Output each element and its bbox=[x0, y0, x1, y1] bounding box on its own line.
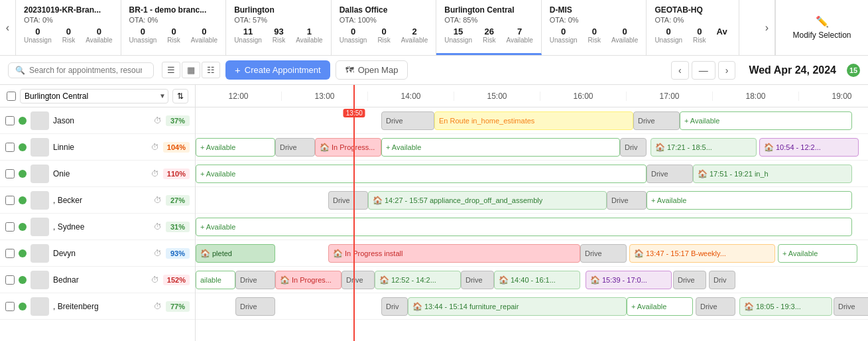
resource-checkbox[interactable] bbox=[5, 116, 15, 125]
resource-rows: Jason ⏱ 37% Linnie ⏱ 104% Onie ⏱ 110% , … bbox=[0, 107, 195, 341]
timeline-block[interactable]: + Available bbox=[627, 297, 693, 316]
timeline-row: + AvailableDrive🏠17:51 - 19:21 in_h bbox=[196, 161, 868, 187]
tab-tab6[interactable]: D-MIS OTA: 0% 0 Unassign 0 Risk 0 Availa… bbox=[542, 0, 647, 55]
timeline-block[interactable]: 🏠12:52 - 14:2... bbox=[375, 271, 461, 289]
clock-icon: ⏱ bbox=[151, 169, 159, 178]
timeline-block[interactable]: + Available bbox=[778, 244, 857, 263]
timeline-block[interactable]: 🏠14:40 - 16:1... bbox=[494, 271, 580, 289]
prev-date-button[interactable]: ‹ bbox=[671, 61, 689, 80]
timeline-block[interactable]: Drive bbox=[328, 191, 368, 210]
timeline-block[interactable]: 🏠pleted bbox=[196, 244, 275, 263]
timeline-block[interactable]: + Available bbox=[196, 138, 275, 157]
date-badge: 15 bbox=[847, 64, 860, 77]
resource-checkbox[interactable] bbox=[5, 169, 15, 178]
timeline-block[interactable]: 🏠17:21 - 18:5... bbox=[651, 138, 757, 157]
tab-tab3[interactable]: Burlington OTA: 57% 11 Unassign 93 Risk … bbox=[226, 0, 332, 55]
resource-checkbox[interactable] bbox=[5, 275, 15, 285]
resource-row[interactable]: Linnie ⏱ 104% bbox=[0, 134, 195, 161]
main-area: Burlington Central ▼ ⇅ Jason ⏱ 37% Linni… bbox=[0, 85, 868, 341]
timeline-block[interactable]: + Available bbox=[196, 165, 647, 183]
timeline-block[interactable]: + Available bbox=[647, 191, 852, 210]
home-icon: 🏠 bbox=[698, 169, 708, 178]
search-icon: 🔍 bbox=[15, 66, 25, 75]
tab-tab2[interactable]: BR-1 - demo branc... OTA: 0% 0 Unassign … bbox=[121, 0, 227, 55]
timeline-block[interactable]: Drive bbox=[607, 191, 647, 210]
timeline-block[interactable]: ailable bbox=[196, 271, 235, 289]
timeline-block[interactable]: Drive bbox=[235, 271, 275, 289]
view-btn-grid[interactable]: ▦ bbox=[182, 62, 200, 78]
timeline-block[interactable]: 🏠In Progress install bbox=[328, 244, 580, 263]
timeline-block[interactable]: 🏠13:44 - 15:14 furniture_repair bbox=[408, 297, 627, 316]
search-input[interactable] bbox=[29, 66, 142, 75]
resource-checkbox[interactable] bbox=[5, 249, 15, 258]
tab-tab4[interactable]: Dallas Office OTA: 100% 0 Unassign 0 Ris… bbox=[332, 0, 437, 55]
home-icon: 🏠 bbox=[373, 196, 383, 205]
timeline-block[interactable]: Drive bbox=[580, 244, 627, 263]
timeline-block[interactable]: 🏠In Progress... bbox=[315, 138, 381, 157]
search-box[interactable]: 🔍 bbox=[8, 62, 154, 78]
time-label: 15:00 bbox=[454, 92, 540, 101]
timeline-block[interactable]: 🏠15:39 - 17:0... bbox=[586, 271, 672, 289]
modify-selection-panel[interactable]: ✏️ Modify Selection bbox=[775, 0, 868, 55]
resource-checkbox[interactable] bbox=[5, 196, 15, 205]
today-button[interactable]: — bbox=[692, 61, 715, 80]
timeline-block[interactable]: Drive bbox=[696, 297, 735, 316]
timeline-block[interactable]: + Available bbox=[196, 218, 852, 236]
open-map-button[interactable]: 🗺 Open Map bbox=[336, 60, 408, 80]
resource-row[interactable]: Bednar ⏱ 152% bbox=[0, 267, 195, 293]
timeline-block[interactable]: Drive bbox=[647, 165, 693, 183]
location-select[interactable]: Burlington Central bbox=[20, 89, 168, 103]
timeline-block[interactable]: + Available bbox=[381, 138, 620, 157]
timeline-block[interactable]: Drive bbox=[633, 111, 680, 130]
timeline-row: DriveEn Route in_home_estimatesDrive+ Av… bbox=[196, 107, 868, 134]
resource-row[interactable]: Onie ⏱ 110% bbox=[0, 161, 195, 187]
timeline-block[interactable]: Driv bbox=[709, 271, 735, 289]
select-all-checkbox[interactable] bbox=[7, 92, 16, 101]
view-btn-list[interactable]: ☰ bbox=[162, 62, 180, 78]
timeline-block[interactable]: 🏠17:51 - 19:21 in_h bbox=[693, 165, 852, 183]
view-btn-rows[interactable]: ☷ bbox=[202, 62, 220, 78]
timeline-block[interactable]: + Available bbox=[680, 111, 852, 130]
timeline-block[interactable]: Drive bbox=[673, 271, 706, 289]
timeline-block[interactable]: Drive bbox=[834, 297, 868, 316]
time-label: 13:00 bbox=[282, 92, 368, 101]
resource-checkbox[interactable] bbox=[5, 222, 15, 232]
create-appointment-button[interactable]: + Create Appointment bbox=[225, 60, 330, 80]
timeline-block[interactable]: Drive bbox=[341, 271, 375, 289]
timeline-block[interactable]: 🏠13:47 - 15:17 B-weekly... bbox=[629, 244, 775, 263]
clock-icon: ⏱ bbox=[154, 222, 162, 232]
time-label: 14:00 bbox=[368, 92, 454, 101]
timeline-block[interactable]: Driv bbox=[620, 138, 647, 157]
timeline-block[interactable]: Drive bbox=[461, 271, 494, 289]
tab-tab7[interactable]: GEOTAB-HQ OTA: 0% 0 Unassign 0 Risk Av bbox=[647, 0, 739, 55]
home-icon: 🏠 bbox=[764, 143, 774, 152]
resource-row[interactable]: Jason ⏱ 37% bbox=[0, 107, 195, 134]
resource-row[interactable]: Devyn ⏱ 93% bbox=[0, 240, 195, 267]
home-icon: 🏠 bbox=[634, 249, 644, 258]
timeline-block[interactable]: 🏠14:27 - 15:57 appliance_drop_off_and_as… bbox=[368, 191, 607, 210]
timeline-block[interactable]: Drive bbox=[381, 111, 434, 130]
resource-row[interactable]: , Breitenberg ⏱ 77% bbox=[0, 293, 195, 320]
next-date-button[interactable]: › bbox=[718, 61, 736, 80]
create-appointment-label: Create Appointment bbox=[245, 65, 321, 75]
resource-name: Devyn bbox=[53, 249, 149, 258]
time-label: 19:00 bbox=[799, 92, 868, 101]
timeline-block[interactable]: Drive bbox=[275, 138, 315, 157]
timeline-row: 🏠pleted🏠In Progress installDrive🏠13:47 -… bbox=[196, 240, 868, 267]
tabs-next-button[interactable]: › bbox=[759, 0, 775, 55]
resource-row[interactable]: , Becker ⏱ 27% bbox=[0, 187, 195, 214]
timeline-block[interactable]: En Route in_home_estimates bbox=[434, 111, 633, 130]
timeline-block[interactable]: Driv bbox=[381, 297, 408, 316]
tabs-prev-button[interactable]: ‹ bbox=[0, 0, 16, 55]
timeline-block[interactable]: Drive bbox=[235, 297, 275, 316]
sort-button[interactable]: ⇅ bbox=[172, 89, 188, 103]
timeline-block[interactable]: 🏠In Progres... bbox=[275, 271, 341, 289]
resource-checkbox[interactable] bbox=[5, 302, 15, 311]
tab-tab1[interactable]: 20231019-KR-Bran... OTA: 0% 0 Unassign 0… bbox=[16, 0, 121, 55]
timeline-block[interactable]: 🏠10:54 - 12:2... bbox=[759, 138, 859, 157]
resource-checkbox[interactable] bbox=[5, 143, 15, 152]
timeline-block[interactable]: 🏠18:05 - 19:3... bbox=[739, 297, 832, 316]
tab-tab5[interactable]: Burlington Central OTA: 85% 15 Unassign … bbox=[436, 0, 542, 55]
resource-row[interactable]: , Sydnee ⏱ 31% bbox=[0, 214, 195, 240]
timeline-area: 12:0013:0014:0015:0016:0017:0018:0019:00… bbox=[196, 85, 868, 341]
